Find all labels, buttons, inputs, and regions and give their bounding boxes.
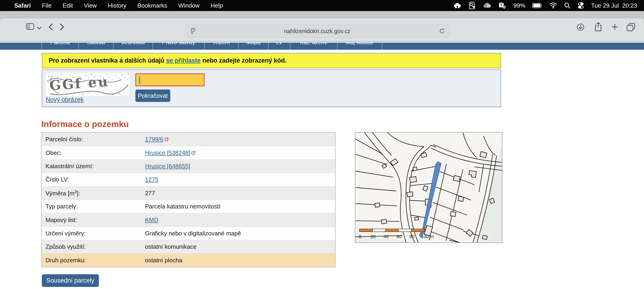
web-page: ParcelaStavbaJednotkaPrávo stavbyŘízeníM… — [0, 42, 644, 289]
text-caret — [139, 76, 140, 84]
banner-text-before: Pro zobrazení vlastníka a dalších údajů — [49, 57, 164, 64]
cadastral-map-image[interactable]: 0 20 40 60 80 100 m — [355, 132, 502, 243]
macos-menu-bar: SafariFileEditViewHistoryBookmarksWindow… — [0, 0, 644, 11]
table-row: Typ parcely:Parcela katastru nemovitostí — [42, 200, 335, 213]
menu-item-file[interactable]: File — [36, 0, 57, 11]
row-label: Parcelní číslo: — [46, 136, 83, 143]
external-link-icon — [164, 137, 168, 141]
onedrive-icon[interactable] — [483, 2, 492, 9]
table-row: Druh pozemku:ostatní plocha — [42, 254, 335, 267]
sidebar-toggle-icon[interactable] — [26, 23, 34, 31]
reload-icon[interactable] — [439, 28, 446, 36]
row-label: Katastrální území: — [46, 163, 94, 170]
nav-tab-stavba[interactable]: Stavba — [78, 43, 114, 50]
nav-tab-label: Parcela — [42, 43, 78, 46]
row-value: KMD — [145, 216, 158, 224]
row-label: Mapový list: — [46, 216, 77, 224]
downloads-icon[interactable] — [576, 23, 585, 32]
svg-text:100 m: 100 m — [421, 234, 434, 239]
wifi-icon[interactable] — [549, 3, 557, 9]
continue-button[interactable]: Pokračovat — [135, 90, 170, 102]
menu-item-view[interactable]: View — [78, 0, 102, 11]
cloud-app-icon[interactable] — [453, 2, 462, 9]
login-link[interactable]: se přihlaste — [166, 57, 201, 64]
address-bar[interactable]: nahlizenidokn.cuzk.gov.cz — [185, 24, 450, 38]
menu-item-edit[interactable]: Edit — [57, 0, 78, 11]
table-row: Způsob využití:ostatní komunikace — [42, 240, 335, 253]
battery-icon[interactable] — [532, 3, 542, 8]
row-value-link[interactable]: 1275 — [145, 176, 158, 183]
tab-overview-icon[interactable] — [626, 23, 636, 33]
menu-status-area: T 99% Tue 29 Jul 20:23 — [453, 0, 644, 11]
menu-item-bookmarks[interactable]: Bookmarks — [132, 0, 173, 11]
row-value: 277 — [145, 190, 155, 197]
nav-tab-kat-zem-[interactable]: Kat. území — [290, 43, 338, 50]
nav-tab-lv[interactable]: LV — [268, 43, 290, 50]
safari-window: nahlizenidokn.cuzk.gov.cz Parc — [0, 19, 644, 289]
share-icon[interactable] — [594, 22, 603, 33]
neighbor-parcels-button[interactable]: Sousední parcely — [42, 274, 99, 287]
menu-items: SafariFileEditViewHistoryBookmarksWindow… — [0, 0, 228, 11]
row-label: Způsob využití: — [46, 243, 86, 250]
table-row: Obec:Hrusice [538248] — [42, 146, 335, 159]
menu-item-help[interactable]: Help — [205, 0, 228, 11]
table-row: Číslo LV:1275 — [42, 173, 335, 186]
row-value: Parcela katastru nemovitostí — [145, 203, 220, 210]
row-value: Graficky nebo v digitalizované mapě — [145, 230, 241, 237]
row-label: Číslo LV: — [46, 176, 69, 183]
battery-percent[interactable]: 99% — [514, 2, 526, 9]
nav-tab-jednotka[interactable]: Jednotka — [114, 43, 153, 50]
table-row: Mapový list:KMD — [42, 213, 335, 227]
menu-item-history[interactable]: History — [102, 0, 132, 11]
table-row: Parcelní číslo:1799/6 — [42, 133, 335, 146]
menu-clock[interactable]: Tue 29 Jul 20:23 — [591, 2, 637, 9]
url-text: nahlizenidokn.cuzk.gov.cz — [185, 28, 449, 35]
outlook-icon[interactable] — [468, 2, 476, 10]
sidebar-chevron-down-icon[interactable] — [37, 27, 42, 31]
nav-tab--zen-[interactable]: Řízení — [204, 43, 238, 50]
captcha-panel: GGf eu Nový obrázek Pokračovat — [42, 70, 501, 107]
row-value: Hrusice [648655] — [145, 163, 190, 170]
row-label: Výměra [m2]: — [46, 189, 80, 197]
table-row: Katastrální území:Hrusice [648655] — [42, 160, 335, 173]
nav-tab-m-j-katastr[interactable]: Můj katastr — [338, 43, 382, 50]
parcel-table: Parcelní číslo:1799/6 Obec:Hrusice [5382… — [41, 132, 336, 267]
row-value-link[interactable]: KMD — [145, 216, 158, 224]
back-button-icon[interactable] — [48, 23, 53, 32]
row-value: Hrusice [538248] — [145, 149, 195, 156]
table-row: Výměra [m2]:277 — [42, 187, 335, 200]
row-value-link[interactable]: Hrusice [648655] — [145, 163, 190, 170]
nav-tab-label: Kat. území — [290, 43, 337, 46]
row-value-link[interactable]: Hrusice [538248] — [145, 149, 190, 156]
row-label: Druh pozemku: — [46, 257, 86, 264]
page-title: Informace o pozemku — [41, 119, 129, 129]
nav-tab-pr-vo-stavby[interactable]: Právo stavby — [153, 43, 204, 50]
svg-text:20: 20 — [370, 234, 376, 239]
svg-text:0: 0 — [359, 234, 361, 239]
external-link-icon — [192, 151, 195, 155]
row-label: Obec: — [46, 149, 61, 156]
teams-status-icon[interactable]: T — [498, 2, 506, 10]
nav-tab-mapa[interactable]: Mapa — [238, 43, 268, 50]
row-value: ostatní komunikace — [145, 243, 196, 250]
captcha-image: GGf eu — [46, 73, 129, 96]
menu-item-window[interactable]: Window — [173, 0, 205, 11]
safari-toolbar: nahlizenidokn.cuzk.gov.cz — [0, 19, 644, 42]
new-tab-icon[interactable] — [611, 24, 618, 31]
captcha-input[interactable] — [135, 73, 204, 86]
screen: SafariFileEditViewHistoryBookmarksWindow… — [0, 0, 644, 289]
nav-tab-label: Jednotka — [114, 43, 152, 46]
control-center-icon[interactable] — [577, 2, 584, 9]
captcha-text: GGf eu — [49, 74, 110, 93]
row-label: Typ parcely: — [46, 203, 78, 210]
new-captcha-link[interactable]: Nový obrázek — [46, 96, 84, 103]
site-navbar: ParcelaStavbaJednotkaPrávo stavbyŘízeníM… — [0, 43, 644, 50]
forward-button-icon[interactable] — [59, 23, 65, 32]
svg-text:60: 60 — [396, 234, 401, 239]
nav-tab-parcela[interactable]: Parcela — [42, 43, 78, 50]
menu-item-safari[interactable]: Safari — [9, 0, 36, 11]
nav-tab-label: Právo stavby — [153, 43, 204, 46]
svg-text:80: 80 — [409, 234, 414, 239]
spotlight-search-icon[interactable] — [564, 2, 570, 9]
row-value-link[interactable]: 1799/6 — [145, 136, 164, 143]
